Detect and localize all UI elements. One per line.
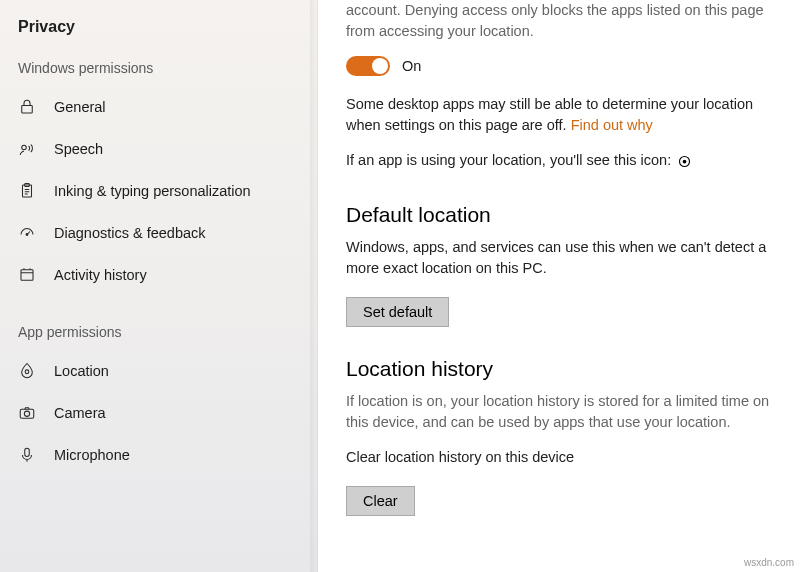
sidebar-item-inking[interactable]: Inking & typing personalization: [0, 170, 317, 212]
nav-list-windows-permissions: General Speech Inking & typing personali…: [0, 86, 317, 324]
using-location-note: If an app is using your location, you'll…: [346, 150, 772, 173]
sidebar-item-activity-history[interactable]: Activity history: [0, 254, 317, 296]
location-icon: [18, 362, 36, 380]
sidebar-item-label: Activity history: [54, 267, 147, 283]
desktop-apps-note-text: Some desktop apps may still be able to d…: [346, 96, 753, 133]
default-location-desc: Windows, apps, and services can use this…: [346, 237, 772, 279]
camera-icon: [18, 404, 36, 422]
sidebar-item-label: Inking & typing personalization: [54, 183, 251, 199]
sidebar-item-location[interactable]: Location: [0, 350, 317, 392]
history-icon: [18, 266, 36, 284]
location-in-use-icon: [677, 154, 692, 170]
default-location-title: Default location: [346, 203, 772, 227]
sidebar-item-label: Location: [54, 363, 109, 379]
svg-point-1: [22, 145, 27, 150]
sidebar-item-diagnostics[interactable]: Diagnostics & feedback: [0, 212, 317, 254]
toggle-state-label: On: [402, 58, 421, 74]
section-windows-permissions: Windows permissions: [0, 60, 317, 86]
svg-rect-9: [25, 448, 30, 456]
section-app-permissions: App permissions: [0, 324, 317, 350]
clear-history-label: Clear location history on this device: [346, 447, 772, 468]
speech-icon: [18, 140, 36, 158]
microphone-icon: [18, 446, 36, 464]
sidebar-item-label: Microphone: [54, 447, 130, 463]
sidebar-item-camera[interactable]: Camera: [0, 392, 317, 434]
sidebar: Privacy Windows permissions General Spee…: [0, 0, 318, 572]
sidebar-item-speech[interactable]: Speech: [0, 128, 317, 170]
clear-button[interactable]: Clear: [346, 486, 415, 516]
svg-point-4: [26, 234, 28, 236]
find-out-why-link[interactable]: Find out why: [571, 117, 653, 133]
svg-point-8: [24, 411, 29, 416]
location-history-title: Location history: [346, 357, 772, 381]
sidebar-item-label: Speech: [54, 141, 103, 157]
lock-icon: [18, 98, 36, 116]
svg-rect-5: [21, 270, 33, 281]
set-default-button[interactable]: Set default: [346, 297, 449, 327]
sidebar-item-label: General: [54, 99, 106, 115]
svg-point-6: [25, 370, 29, 374]
sidebar-item-label: Camera: [54, 405, 106, 421]
clipboard-icon: [18, 182, 36, 200]
location-access-toggle[interactable]: [346, 56, 390, 76]
watermark: wsxdn.com: [744, 557, 794, 568]
nav-list-app-permissions: Location Camera Microphone: [0, 350, 317, 504]
using-location-note-text: If an app is using your location, you'll…: [346, 152, 671, 168]
sidebar-item-label: Diagnostics & feedback: [54, 225, 206, 241]
location-access-toggle-row: On: [346, 56, 772, 76]
sidebar-item-microphone[interactable]: Microphone: [0, 434, 317, 476]
svg-rect-0: [22, 106, 33, 114]
sidebar-item-general[interactable]: General: [0, 86, 317, 128]
desktop-apps-note: Some desktop apps may still be able to d…: [346, 94, 772, 136]
svg-point-11: [683, 160, 687, 164]
location-history-desc: If location is on, your location history…: [346, 391, 772, 433]
page-title: Privacy: [0, 18, 317, 60]
diagnostics-icon: [18, 224, 36, 242]
intro-text: account. Denying access only blocks the …: [346, 0, 772, 42]
main-content: account. Denying access only blocks the …: [318, 0, 800, 572]
